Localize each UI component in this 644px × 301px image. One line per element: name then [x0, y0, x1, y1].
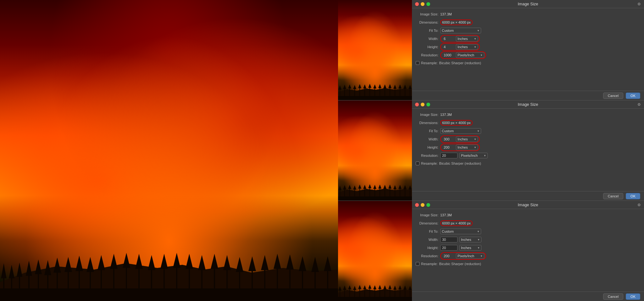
- dialog-footer-2: Cancel OK: [412, 191, 644, 201]
- width-value-3[interactable]: 30: [440, 237, 458, 242]
- svg-marker-17: [64, 257, 72, 272]
- resolution-value-1[interactable]: 1000: [442, 52, 455, 58]
- dimensions-value-2: 6000 px × 4000 px: [440, 120, 473, 126]
- svg-rect-118: [400, 189, 400, 197]
- svg-marker-31: [148, 255, 155, 270]
- image-size-label-1: Image Size:: [416, 12, 438, 16]
- fit-to-row-2: Fit To: Custom ▼: [416, 128, 640, 134]
- dimensions-label-1: Dimensions:: [416, 20, 438, 24]
- svg-rect-124: [338, 196, 412, 201]
- resample-row-2: Resample: Bicubic Sharper (reduction): [416, 160, 640, 167]
- width-label-3: Width:: [416, 238, 438, 241]
- panel-3-thumbnail: [338, 201, 412, 301]
- dialog-panel-3: Image Size ⚙ Image Size: 137.3M Dimensio…: [338, 201, 644, 301]
- svg-marker-121: [403, 185, 407, 189]
- resample-checkbox-2[interactable]: [416, 162, 419, 165]
- gear-icon-3[interactable]: ⚙: [637, 203, 641, 207]
- main-photo: [0, 0, 338, 301]
- minimize-button-1[interactable]: [421, 2, 425, 6]
- svg-marker-53: [286, 254, 294, 270]
- svg-rect-142: [380, 289, 380, 298]
- resample-label-3: Resample:: [421, 262, 438, 266]
- dimensions-row-1: Dimensions: 6000 px × 4000 px: [416, 19, 640, 26]
- resample-checkbox-1[interactable]: [416, 61, 419, 65]
- minimize-button-3[interactable]: [421, 203, 425, 207]
- height-value-3[interactable]: 20: [440, 245, 458, 251]
- svg-marker-107: [368, 184, 371, 188]
- resolution-value-3[interactable]: 200: [442, 253, 455, 259]
- fit-to-select-1[interactable]: Custom ▼: [440, 28, 481, 33]
- panel-1-thumbnail: [338, 0, 412, 100]
- fit-to-label-1: Fit To:: [416, 29, 438, 32]
- svg-rect-86: [400, 88, 400, 97]
- svg-rect-112: [385, 189, 385, 197]
- close-button-2[interactable]: [415, 103, 419, 106]
- ok-button-3[interactable]: OK: [626, 293, 640, 300]
- svg-marker-3: [1, 270, 7, 278]
- resolution-highlight-1: 1000 Pixels/Inch ▼: [440, 51, 486, 59]
- resolution-unit-1[interactable]: Pixels/Inch ▼: [456, 52, 484, 58]
- dialog-body-3: Image Size: 137.3M Dimensions: 6000 px ×…: [412, 209, 644, 292]
- cancel-button-2[interactable]: Cancel: [603, 193, 623, 199]
- resolution-label-3: Resolution:: [416, 254, 438, 258]
- svg-marker-33: [160, 254, 168, 269]
- svg-marker-7: [17, 263, 22, 277]
- width-row-2: Width: 300 Inches ▼: [416, 136, 640, 143]
- svg-rect-42: [226, 270, 228, 292]
- svg-marker-143: [378, 285, 381, 289]
- height-unit-1[interactable]: Inches ▼: [456, 44, 478, 50]
- svg-rect-140: [375, 289, 375, 298]
- height-value-1[interactable]: 4: [442, 44, 455, 50]
- gear-icon-2[interactable]: ⚙: [637, 102, 641, 107]
- close-button-1[interactable]: [415, 2, 419, 6]
- resolution-value-2[interactable]: 20: [440, 153, 458, 158]
- svg-marker-37: [186, 254, 193, 269]
- image-size-label-2: Image Size:: [416, 113, 438, 116]
- svg-marker-75: [368, 84, 371, 88]
- dialog-titlebar-1: Image Size ⚙: [412, 0, 644, 8]
- height-unit-3[interactable]: Inches ▼: [459, 245, 481, 251]
- ok-button-2[interactable]: OK: [626, 193, 640, 199]
- width-value-1[interactable]: 6: [442, 36, 455, 42]
- width-row-3: Width: 30 Inches ▼: [416, 236, 640, 243]
- maximize-button-1[interactable]: [426, 2, 430, 6]
- resolution-unit-2[interactable]: Pixels/Inch ▼: [459, 153, 488, 158]
- fit-to-arrow-3: ▼: [477, 230, 480, 233]
- gear-icon-1[interactable]: ⚙: [637, 2, 641, 6]
- width-unit-2[interactable]: Inches ▼: [456, 136, 478, 142]
- svg-marker-153: [403, 286, 407, 290]
- width-unit-1[interactable]: Inches ▼: [456, 36, 478, 42]
- svg-rect-94: [340, 190, 340, 197]
- resample-value-2: Bicubic Sharper (reduction): [439, 162, 481, 165]
- maximize-button-3[interactable]: [426, 203, 430, 207]
- width-unit-3[interactable]: Inches ▼: [459, 237, 481, 242]
- svg-marker-39: [198, 255, 206, 270]
- height-label-2: Height:: [416, 145, 438, 149]
- svg-rect-28: [138, 269, 140, 292]
- ok-button-1[interactable]: OK: [626, 93, 640, 99]
- height-value-2[interactable]: 200: [442, 145, 455, 150]
- image-size-row-1: Image Size: 137.3M: [416, 11, 640, 18]
- image-size-value-2: 137.3M: [440, 113, 452, 116]
- cancel-button-3[interactable]: Cancel: [603, 293, 623, 300]
- resolution-highlight-3: 200 Pixels/Inch ▼: [440, 252, 486, 260]
- svg-marker-73: [363, 84, 366, 88]
- minimize-button-2[interactable]: [421, 103, 425, 106]
- fit-to-select-2[interactable]: Custom ▼: [440, 128, 481, 134]
- svg-rect-52: [289, 270, 291, 292]
- fit-to-row-3: Fit To: Custom ▼: [416, 228, 640, 235]
- width-value-2[interactable]: 300: [442, 136, 455, 142]
- height-unit-2[interactable]: Inches ▼: [456, 145, 478, 150]
- svg-marker-151: [398, 285, 402, 289]
- resample-checkbox-3[interactable]: [416, 262, 419, 266]
- close-button-3[interactable]: [415, 203, 419, 207]
- resample-row-3: Resample: Bicubic Sharper (reduction): [416, 261, 640, 267]
- cancel-button-1[interactable]: Cancel: [603, 93, 623, 99]
- svg-marker-91: [408, 85, 412, 89]
- fit-to-select-3[interactable]: Custom ▼: [440, 229, 481, 234]
- height-label-1: Height:: [416, 45, 438, 49]
- height-row-1: Height: 4 Inches ▼: [416, 43, 640, 50]
- svg-marker-123: [408, 185, 412, 190]
- resolution-unit-3[interactable]: Pixels/Inch ▼: [456, 253, 484, 259]
- maximize-button-2[interactable]: [426, 103, 430, 106]
